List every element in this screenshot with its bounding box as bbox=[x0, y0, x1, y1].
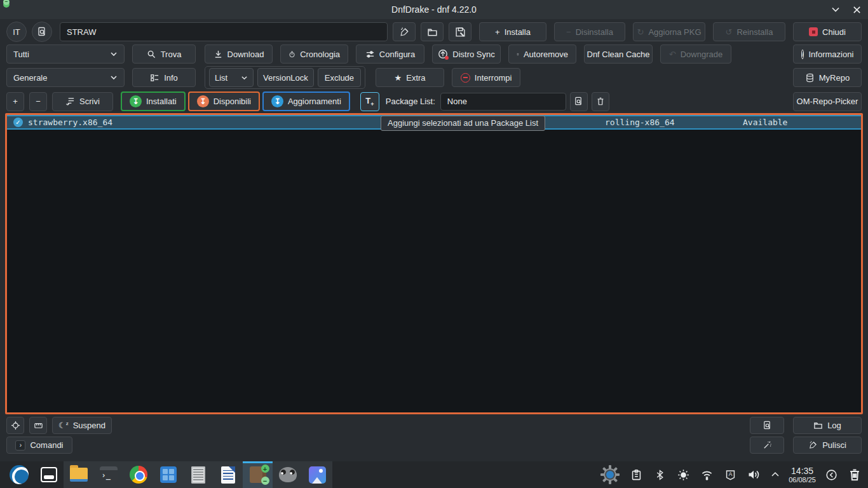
text-add-icon: T+ bbox=[365, 96, 374, 107]
open-file-button[interactable] bbox=[421, 22, 444, 41]
chiudi-button[interactable]: Chiudi bbox=[793, 22, 862, 41]
om-repo-picker-button[interactable]: OM-Repo-Picker bbox=[793, 92, 862, 111]
clock[interactable]: 14:35 06/08/25 bbox=[789, 466, 816, 484]
list-tools-group: List VersionLock Exclude bbox=[205, 66, 365, 89]
close-window-button[interactable] bbox=[852, 5, 862, 15]
taskbar-show-desktop[interactable] bbox=[34, 461, 64, 488]
trova-button[interactable]: Trova bbox=[132, 44, 196, 64]
crosshair-icon bbox=[11, 421, 20, 430]
folder-icon bbox=[427, 27, 438, 37]
tab-aggiornamenti[interactable]: ↧ Aggiornamenti bbox=[262, 92, 350, 111]
tray-expand[interactable] bbox=[768, 465, 783, 484]
taskbar-terminal[interactable]: ›_ bbox=[93, 461, 123, 488]
select-region-button[interactable] bbox=[6, 417, 24, 434]
exclude-button[interactable]: Exclude bbox=[318, 68, 361, 87]
add-row-button[interactable]: + bbox=[6, 92, 24, 111]
plus-icon: + bbox=[495, 28, 500, 36]
info-circle-icon: i bbox=[801, 50, 804, 59]
language-button[interactable]: IT bbox=[6, 22, 27, 42]
text-document-icon bbox=[221, 466, 235, 484]
search-input[interactable] bbox=[60, 22, 388, 41]
configura-button[interactable]: Configura bbox=[356, 44, 424, 64]
chrome-icon bbox=[130, 466, 147, 484]
informazioni-button[interactable]: i Informazioni bbox=[793, 44, 862, 64]
pulisci-button[interactable]: Pulisci bbox=[793, 437, 862, 454]
disinstalla-button[interactable]: −Disinstalla bbox=[554, 22, 625, 41]
tray-keyboard-layout[interactable]: A bbox=[721, 465, 740, 484]
clear-search-button[interactable] bbox=[393, 22, 416, 41]
versionlock-button[interactable]: VersionLock bbox=[257, 68, 314, 87]
suspend-button[interactable]: ☾z Suspend bbox=[52, 417, 112, 434]
tray-wifi[interactable] bbox=[697, 465, 716, 484]
installa-button[interactable]: +Installa bbox=[479, 22, 546, 41]
tray-settings-gear[interactable] bbox=[598, 463, 622, 487]
extra-button[interactable]: ★Extra bbox=[376, 68, 444, 87]
trash-icon bbox=[517, 50, 519, 59]
package-list-view[interactable]: ✓ strawberry.x86_64 rolling-x86_64 Avail… bbox=[5, 113, 863, 414]
group-select[interactable]: Generale bbox=[6, 68, 125, 87]
titlebar: +− DnfDrake - dnf 4.22.0 bbox=[0, 0, 868, 19]
taskbar-file-manager[interactable] bbox=[64, 461, 93, 488]
delete-package-list-button[interactable] bbox=[592, 92, 609, 111]
measure-button[interactable] bbox=[29, 417, 47, 434]
write-list-icon bbox=[65, 97, 75, 106]
taskbar-document-viewer[interactable] bbox=[183, 461, 213, 488]
tray-bluetooth[interactable] bbox=[650, 465, 669, 484]
aggiorna-pkg-button[interactable]: ↻Aggiorna PKG bbox=[633, 22, 705, 41]
refresh-icon: ↻ bbox=[637, 28, 644, 36]
tray-clipboard[interactable] bbox=[627, 465, 646, 484]
taskbar-office-app[interactable] bbox=[153, 461, 183, 488]
cronologia-button[interactable]: Cronologia bbox=[280, 44, 348, 64]
distro-sync-button[interactable]: Distro Sync bbox=[432, 44, 501, 64]
minimize-button[interactable] bbox=[831, 4, 841, 15]
gear-icon bbox=[599, 464, 621, 485]
dnf-clean-cache-button[interactable]: Dnf Clean Cache bbox=[584, 44, 653, 64]
moon-icon: ☾z bbox=[58, 421, 69, 430]
save-file-button[interactable] bbox=[449, 22, 471, 41]
taskbar-writer[interactable] bbox=[213, 461, 243, 488]
taskbar-gimp[interactable] bbox=[273, 461, 302, 488]
file-manager-icon bbox=[70, 468, 88, 482]
myrepo-button[interactable]: MyRepo bbox=[793, 68, 862, 87]
tray-volume[interactable] bbox=[744, 465, 763, 484]
scrivi-button[interactable]: Scrivi bbox=[52, 92, 113, 111]
toolbar-row-3: Generale Info List VersionLock Exclude ★… bbox=[0, 66, 868, 89]
log-button[interactable]: Log bbox=[793, 417, 862, 434]
magic-wand-button[interactable] bbox=[750, 437, 784, 454]
taskbar-chrome[interactable] bbox=[123, 461, 153, 488]
doc-search-button[interactable] bbox=[32, 22, 52, 42]
remove-row-button[interactable]: − bbox=[29, 92, 47, 111]
view-package-list-button[interactable] bbox=[570, 92, 588, 111]
tray-brightness[interactable] bbox=[674, 465, 693, 484]
filter-select[interactable]: Tutti bbox=[6, 44, 125, 64]
desktop-icon bbox=[41, 467, 57, 482]
document-search-icon bbox=[37, 27, 47, 37]
download-button[interactable]: Download bbox=[205, 44, 273, 64]
autoremove-button[interactable]: Autoremove bbox=[508, 44, 576, 64]
tab-installati[interactable]: ↧ Installati bbox=[121, 92, 186, 111]
reinstalla-button[interactable]: ↺Reinstalla bbox=[713, 22, 785, 41]
toolbar-row-2: Tutti Trova Download Cronologia Configur… bbox=[0, 44, 868, 64]
list-select[interactable]: List bbox=[209, 68, 254, 87]
taskbar-image-viewer[interactable] bbox=[302, 461, 332, 488]
reload-icon: ↺ bbox=[726, 28, 733, 36]
blue-grid-app-icon bbox=[160, 466, 177, 483]
taskbar-launcher-menu[interactable] bbox=[4, 461, 34, 488]
tab-disponibili[interactable]: ↧ Disponibili bbox=[188, 92, 260, 111]
interrompi-button[interactable]: Interrompi bbox=[452, 68, 520, 87]
info-button[interactable]: Info bbox=[132, 68, 196, 87]
search-icon bbox=[147, 50, 156, 59]
tray-history[interactable] bbox=[822, 465, 841, 484]
broom-icon bbox=[399, 27, 410, 37]
downgrade-button[interactable]: ↶Downgrade bbox=[660, 44, 731, 64]
tray-trash[interactable] bbox=[845, 465, 864, 484]
details-icon bbox=[150, 73, 159, 83]
comandi-button[interactable]: › Comandi bbox=[6, 437, 72, 454]
view-log-file-button[interactable] bbox=[750, 417, 784, 434]
taskbar-dnfdrake[interactable]: +− bbox=[243, 461, 273, 488]
checked-checkbox-icon[interactable]: ✓ bbox=[13, 118, 23, 127]
add-to-package-list-button[interactable]: T+ bbox=[360, 92, 379, 111]
download-icon bbox=[214, 50, 223, 59]
package-list-input[interactable] bbox=[440, 93, 566, 111]
updates-badge-icon: ↧ bbox=[271, 95, 283, 107]
